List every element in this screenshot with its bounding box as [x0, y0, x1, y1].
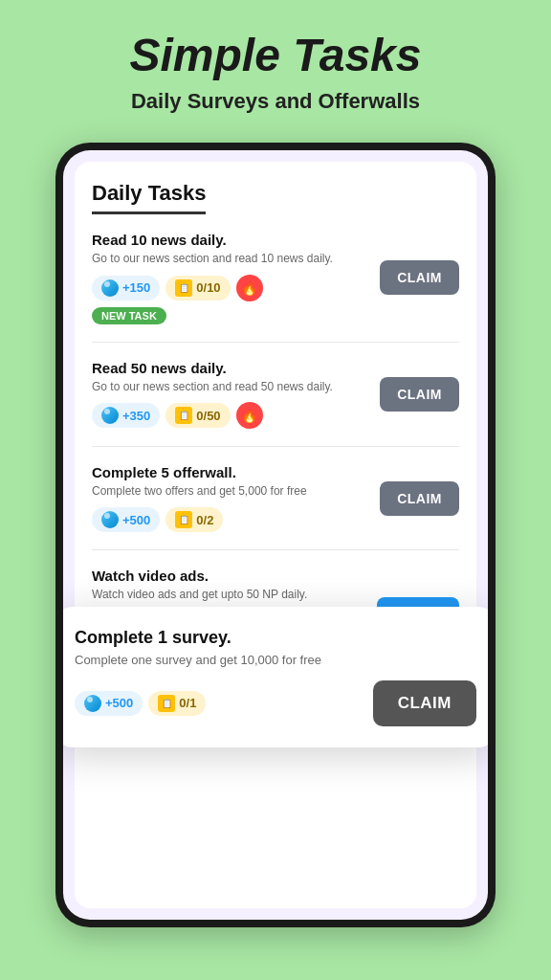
- floating-progress-badge: 📋 0/1: [148, 691, 206, 716]
- coins-value-2: +350: [122, 409, 150, 423]
- phone-container: Daily Tasks Read 10 news daily. Go to ou…: [55, 143, 496, 980]
- task-desc-2: Go to our news section and read 50 news …: [92, 379, 370, 395]
- task-item-read-10: Read 10 news daily. Go to our news secti…: [92, 232, 459, 343]
- floating-badges: +500 📋 0/1: [75, 691, 206, 716]
- progress-value-1: 0/10: [196, 280, 220, 295]
- coins-value-1: +150: [122, 280, 150, 295]
- task-item-offerwall: Complete 5 offerwall. Complete two offer…: [92, 464, 459, 550]
- screen-content: Daily Tasks Read 10 news daily. Go to ou…: [75, 162, 476, 908]
- coins-badge-1: +150: [92, 276, 160, 301]
- coin-icon-2: [101, 407, 119, 424]
- task-row-1: Read 10 news daily. Go to our news secti…: [92, 232, 459, 324]
- floating-doc-icon: 📋: [158, 695, 175, 712]
- new-task-badge-1: NEW TASK: [92, 307, 166, 324]
- task-title-2: Read 50 news daily.: [92, 360, 370, 376]
- floating-coin-icon: [84, 695, 101, 712]
- progress-value-3: 0/2: [196, 513, 213, 527]
- task-desc-3: Complete two offers and get 5,000 for fr…: [92, 483, 370, 500]
- floating-claim-button[interactable]: CLAIM: [373, 680, 476, 726]
- floating-coins-value: +500: [105, 696, 133, 710]
- main-title: Simple Tasks: [129, 31, 421, 81]
- progress-badge-2: 📋 0/50: [165, 403, 230, 428]
- progress-badge-3: 📋 0/2: [165, 507, 223, 532]
- phone-screen: Daily Tasks Read 10 news daily. Go to ou…: [63, 150, 488, 920]
- task-desc-4: Watch video ads and get upto 50 NP daily…: [92, 587, 367, 603]
- floating-task-title: Complete 1 survey.: [75, 628, 476, 648]
- coins-badge-2: +350: [92, 403, 160, 428]
- task-row-3: Complete 5 offerwall. Complete two offer…: [92, 464, 459, 532]
- claim-button-3[interactable]: CLAIM: [380, 481, 459, 516]
- task-title-4: Watch video ads.: [92, 568, 367, 584]
- task-info-3: Complete 5 offerwall. Complete two offer…: [92, 464, 370, 532]
- claim-button-2[interactable]: CLAIM: [380, 377, 459, 412]
- task-badges-2: +350 📋 0/50 🔥: [92, 402, 370, 429]
- task-badges-3: +500 📋 0/2: [92, 507, 370, 532]
- daily-tasks-title: Daily Tasks: [92, 181, 206, 214]
- progress-badge-1: 📋 0/10: [165, 276, 230, 301]
- floating-survey-card: Complete 1 survey. Complete one survey a…: [63, 607, 488, 747]
- task-info-2: Read 50 news daily. Go to our news secti…: [92, 360, 370, 430]
- fire-badge-2: 🔥: [236, 402, 263, 429]
- floating-coins-badge: +500: [75, 691, 143, 716]
- floating-card-inner: +500 📋 0/1 CLAIM: [75, 680, 476, 726]
- subtitle: Daily Surveys and Offerwalls: [129, 89, 421, 114]
- phone-frame: Daily Tasks Read 10 news daily. Go to ou…: [55, 143, 496, 927]
- task-info-1: Read 10 news daily. Go to our news secti…: [92, 232, 370, 324]
- coin-icon-3: [101, 511, 119, 528]
- coins-badge-3: +500: [92, 507, 160, 532]
- task-row-2: Read 50 news daily. Go to our news secti…: [92, 360, 459, 430]
- header-section: Simple Tasks Daily Surveys and Offerwall…: [110, 0, 440, 133]
- doc-icon-3: 📋: [175, 511, 192, 528]
- coins-value-3: +500: [122, 513, 150, 527]
- floating-task-desc: Complete one survey and get 10,000 for f…: [75, 652, 476, 669]
- task-item-read-50: Read 50 news daily. Go to our news secti…: [92, 360, 459, 448]
- doc-icon-2: 📋: [175, 407, 192, 424]
- task-desc-1: Go to our news section and read 10 news …: [92, 251, 370, 267]
- progress-value-2: 0/50: [196, 409, 220, 423]
- task-title-1: Read 10 news daily.: [92, 232, 370, 248]
- task-badges-1: +150 📋 0/10 🔥: [92, 275, 370, 301]
- coin-icon-1: [101, 279, 119, 297]
- floating-progress-value: 0/1: [179, 696, 196, 710]
- doc-icon-1: 📋: [175, 279, 192, 297]
- claim-button-1[interactable]: CLAIM: [380, 260, 459, 295]
- fire-badge-1: 🔥: [236, 275, 263, 301]
- task-title-3: Complete 5 offerwall.: [92, 464, 370, 480]
